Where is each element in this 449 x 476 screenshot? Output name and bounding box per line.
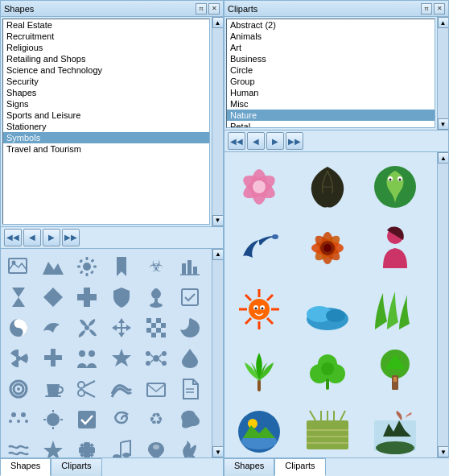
shape-spiral[interactable]: [4, 375, 33, 404]
shape-hourglass[interactable]: [4, 283, 33, 312]
cliparts-close-btn[interactable]: ✕: [434, 3, 445, 14]
clipart-sun-creature[interactable]: [231, 281, 287, 337]
clipart-dark-leaf[interactable]: [299, 159, 356, 215]
list-item[interactable]: Recruitment: [3, 31, 209, 42]
cliparts-next-btn[interactable]: ▶: [266, 132, 284, 150]
cliparts-grid-scroll-down[interactable]: ▼: [438, 446, 448, 457]
shape-checkbox[interactable]: [72, 405, 101, 434]
shapes-grid-scrollbar[interactable]: ▲ ▼: [212, 249, 223, 458]
list-item[interactable]: Religious: [3, 42, 209, 53]
clipart-rice-field[interactable]: [299, 404, 356, 457]
cliparts-grid-scrollbar[interactable]: ▲ ▼: [437, 152, 448, 457]
scroll-up-arrow[interactable]: ▲: [212, 17, 224, 28]
shape-drop[interactable]: [175, 344, 204, 373]
clipart-pink-flower[interactable]: [231, 159, 287, 215]
shape-checkerboard[interactable]: [142, 313, 171, 342]
list-item[interactable]: Group: [227, 76, 435, 87]
list-item[interactable]: Sports and Leisure: [3, 110, 209, 121]
list-item[interactable]: Retailing and Shops: [3, 53, 209, 64]
cliparts-pin-btn[interactable]: π: [421, 3, 432, 14]
shapes-last-btn[interactable]: ▶▶: [62, 229, 80, 246]
list-item-selected[interactable]: Nature: [227, 110, 435, 121]
shape-tribal[interactable]: [72, 436, 101, 458]
shape-shield[interactable]: [107, 283, 136, 312]
shape-dragon[interactable]: [175, 436, 204, 458]
shape-medical[interactable]: [39, 344, 68, 373]
shapes-prev-btn[interactable]: ◀: [23, 229, 41, 246]
shape-sun-face[interactable]: [39, 405, 68, 434]
shape-diamond[interactable]: [39, 283, 68, 312]
list-item[interactable]: Stationery: [3, 121, 209, 132]
clipart-gecko-circle[interactable]: [367, 159, 423, 215]
shape-swirl[interactable]: [107, 405, 136, 434]
clipart-orange-flower[interactable]: [299, 220, 356, 276]
cliparts-scroll-down[interactable]: ▼: [438, 118, 449, 130]
shape-coffee[interactable]: [39, 375, 68, 404]
list-item[interactable]: Animals: [227, 31, 435, 42]
shape-picture[interactable]: [4, 252, 33, 281]
cliparts-scroll-up[interactable]: ▲: [438, 17, 449, 28]
shape-document[interactable]: [175, 375, 204, 404]
list-item-selected[interactable]: Symbols: [3, 132, 209, 143]
list-item[interactable]: Art: [227, 42, 435, 53]
list-item[interactable]: Business: [227, 53, 435, 64]
cliparts-list-scrollbar[interactable]: ▲ ▼: [437, 17, 448, 130]
list-item[interactable]: Circle: [227, 64, 435, 76]
clipart-clover[interactable]: [299, 342, 356, 399]
tab-shapes-left[interactable]: Shapes: [0, 458, 51, 476]
tab-cliparts-left[interactable]: Cliparts: [51, 458, 101, 476]
cliparts-first-btn[interactable]: ◀◀: [228, 132, 245, 150]
shape-wave[interactable]: [107, 375, 136, 404]
shapes-close-btn[interactable]: ✕: [208, 3, 220, 14]
shape-people[interactable]: [72, 344, 101, 373]
cliparts-prev-btn[interactable]: ◀: [247, 132, 265, 150]
shape-recycle[interactable]: ♻: [142, 405, 171, 434]
clipart-nature-circle[interactable]: [231, 404, 287, 457]
shape-chess-piece[interactable]: [142, 283, 171, 312]
shape-checked[interactable]: [175, 283, 204, 312]
shape-arrows[interactable]: [107, 313, 136, 342]
shape-waves[interactable]: [4, 436, 33, 458]
shape-molecule[interactable]: [142, 344, 171, 373]
shapes-grid-scroll-up[interactable]: ▲: [212, 249, 223, 260]
list-item[interactable]: Human: [227, 87, 435, 98]
shape-bird[interactable]: [39, 313, 68, 342]
clipart-blue-hills[interactable]: [299, 281, 356, 337]
list-item[interactable]: Signs: [3, 98, 209, 110]
list-item[interactable]: Petal: [227, 121, 435, 128]
cliparts-last-btn[interactable]: ▶▶: [286, 132, 303, 150]
shape-biohazard[interactable]: ☣: [142, 252, 171, 281]
clipart-palm[interactable]: [231, 342, 287, 399]
list-item[interactable]: Misc: [227, 98, 435, 110]
shape-radiation[interactable]: [4, 344, 33, 373]
shape-music[interactable]: [107, 436, 136, 458]
clipart-tree-house[interactable]: [367, 342, 423, 399]
shape-mountains[interactable]: [39, 252, 68, 281]
list-item[interactable]: Real Estate: [3, 19, 209, 31]
list-item[interactable]: Science and Technology: [3, 64, 209, 76]
shapes-pin-btn[interactable]: π: [196, 3, 207, 14]
clipart-blue-bird[interactable]: [231, 220, 287, 276]
shape-bookmark[interactable]: [107, 252, 136, 281]
clipart-woman-profile[interactable]: [367, 220, 423, 276]
shapes-list-scrollbar[interactable]: ▲ ▼: [212, 17, 223, 226]
shape-star-compass[interactable]: [39, 436, 68, 458]
shape-fan[interactable]: [72, 313, 101, 342]
scroll-down-arrow[interactable]: ▼: [212, 215, 224, 226]
tab-shapes-right[interactable]: Shapes: [224, 458, 274, 476]
shapes-grid-scroll-down[interactable]: ▼: [212, 446, 223, 457]
clipart-bird-landscape[interactable]: [367, 404, 423, 457]
shape-abstract[interactable]: [175, 313, 204, 342]
tab-cliparts-right[interactable]: Cliparts: [274, 458, 325, 476]
list-item[interactable]: Shapes: [3, 87, 209, 98]
list-item[interactable]: Security: [3, 76, 209, 87]
shape-abstract2[interactable]: [175, 405, 204, 434]
list-item[interactable]: Abstract (2): [227, 19, 435, 31]
shape-yin-yang[interactable]: [4, 313, 33, 342]
shape-gear[interactable]: [72, 252, 101, 281]
shapes-next-btn[interactable]: ▶: [43, 229, 60, 246]
shape-cross[interactable]: [72, 283, 101, 312]
clipart-green-grass[interactable]: [367, 281, 423, 337]
list-item[interactable]: Travel and Tourism: [3, 143, 209, 155]
shape-chart[interactable]: [175, 252, 204, 281]
